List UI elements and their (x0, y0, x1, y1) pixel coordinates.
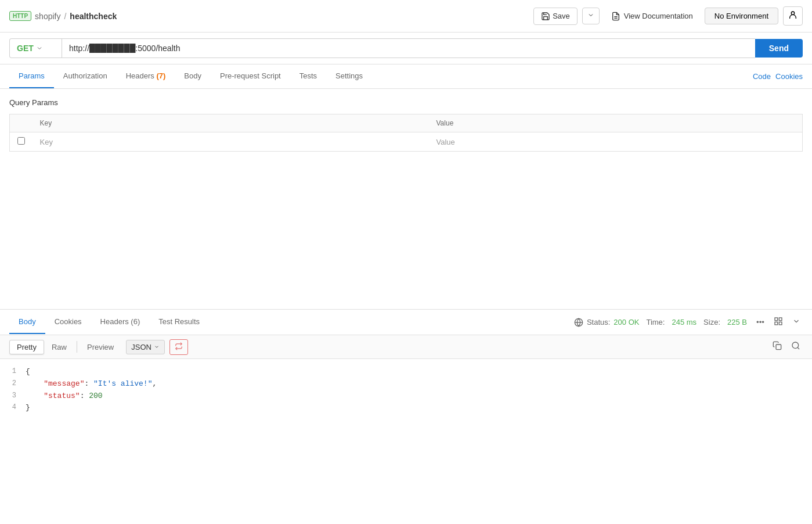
json-type-label: JSON (131, 343, 151, 351)
svg-rect-9 (776, 344, 781, 350)
code-link[interactable]: Code (753, 72, 771, 81)
copy-icon (773, 341, 782, 350)
url-bar: GET Send (0, 33, 812, 64)
wrap-button[interactable] (169, 339, 188, 355)
query-params-section: Query Params Key Value Key Value (0, 89, 812, 156)
svg-rect-6 (779, 318, 782, 321)
resp-headers-badge: (6) (131, 317, 140, 326)
chevron-down-icon (587, 12, 594, 19)
params-table: Key Value Key Value (9, 114, 803, 152)
resp-tab-test-results[interactable]: Test Results (149, 310, 209, 334)
format-tabs: Pretty Raw Preview JSON (9, 339, 188, 355)
collapse-button[interactable] (790, 315, 803, 329)
json-key: "message" (44, 379, 84, 388)
line-number: 2 (0, 378, 23, 390)
svg-rect-5 (775, 318, 778, 321)
search-button[interactable] (789, 339, 803, 355)
more-options-button[interactable]: ••• (754, 315, 767, 329)
environment-icon-button[interactable] (783, 6, 803, 26)
resp-tab-headers[interactable]: Headers (6) (91, 310, 150, 334)
tab-authorization[interactable]: Authorization (54, 64, 117, 88)
view-documentation-button[interactable]: View Documentation (604, 8, 700, 24)
send-label: Send (769, 44, 789, 53)
breadcrumb-parent: shopify (35, 12, 60, 21)
method-selector[interactable]: GET (9, 38, 62, 58)
line-number: 1 (0, 366, 23, 378)
request-tabs-left: Params Authorization Headers (7) Body Pr… (9, 64, 372, 88)
status-value: 200 OK (613, 318, 639, 326)
send-button[interactable]: Send (755, 39, 803, 58)
resp-tab-body[interactable]: Body (9, 310, 45, 334)
params-table-header: Key Value (10, 114, 803, 132)
response-section: Body Cookies Headers (6) Test Results St… (0, 309, 812, 524)
line-number: 3 (0, 390, 23, 403)
url-input[interactable] (62, 38, 755, 58)
breadcrumb: HTTP shopify / healthcheck (9, 11, 117, 21)
json-value: 200 (89, 392, 102, 400)
format-actions (770, 339, 803, 355)
svg-line-11 (797, 347, 799, 349)
json-comma: , (152, 379, 157, 388)
response-tabs: Body Cookies Headers (6) Test Results (9, 310, 209, 334)
http-badge: HTTP (9, 11, 31, 21)
col-key: Key (33, 114, 430, 132)
format-preview-button[interactable]: Preview (80, 340, 121, 354)
view-docs-label: View Documentation (624, 12, 693, 20)
document-icon (611, 12, 620, 21)
request-tabs: Params Authorization Headers (7) Body Pr… (0, 64, 812, 89)
svg-point-2 (791, 12, 794, 15)
tab-body[interactable]: Body (175, 64, 211, 88)
save-label: Save (553, 12, 570, 20)
search-icon (791, 341, 800, 350)
format-divider (77, 341, 77, 353)
resp-tab-cookies[interactable]: Cookies (45, 310, 91, 334)
query-params-title: Query Params (9, 98, 803, 107)
line-content: "message": "It's alive!", (23, 378, 812, 390)
param-key[interactable]: Key (33, 132, 430, 152)
time-label: Time: (646, 318, 665, 326)
copy-button[interactable] (770, 339, 784, 355)
format-raw-button[interactable]: Raw (44, 340, 74, 354)
cookies-link[interactable]: Cookies (775, 72, 803, 81)
save-button[interactable]: Save (533, 8, 578, 25)
line-content: } (23, 402, 812, 414)
param-value[interactable]: Value (430, 132, 803, 152)
no-env-label: No Environment (714, 12, 768, 20)
tab-tests[interactable]: Tests (290, 64, 326, 88)
method-value: GET (17, 44, 34, 53)
request-tabs-right: Code Cookies (753, 72, 803, 81)
format-pretty-button[interactable]: Pretty (9, 340, 44, 354)
status-label: Status: (587, 318, 610, 326)
globe-icon (574, 318, 583, 327)
json-chevron-icon (154, 344, 160, 350)
json-value: "It's alive!" (93, 379, 152, 388)
response-header: Body Cookies Headers (6) Test Results St… (0, 310, 812, 335)
method-chevron-icon (36, 45, 43, 52)
response-actions: ••• (754, 314, 803, 330)
grid-icon (774, 317, 783, 326)
top-header: HTTP shopify / healthcheck Save View Doc… (0, 0, 812, 33)
col-checkbox (10, 114, 33, 132)
tab-settings[interactable]: Settings (326, 64, 372, 88)
json-type-selector[interactable]: JSON (126, 340, 165, 354)
line-content: "status": 200 (23, 390, 812, 403)
svg-rect-8 (779, 322, 782, 325)
status-indicator: Status: 200 OK (574, 318, 640, 327)
chevron-down-icon (792, 317, 800, 325)
tab-headers[interactable]: Headers (7) (117, 64, 175, 88)
param-checkbox[interactable] (17, 137, 25, 145)
save-icon (541, 12, 550, 21)
layout-toggle-button[interactable] (771, 314, 785, 330)
code-line-4: 4 } (0, 402, 812, 414)
col-value: Value (430, 114, 803, 132)
tab-prerequest[interactable]: Pre-request Script (211, 64, 290, 88)
row-checkbox (10, 132, 33, 152)
tab-params[interactable]: Params (9, 64, 54, 88)
size-label: Size: (703, 318, 720, 326)
save-dropdown-button[interactable] (582, 8, 600, 24)
breadcrumb-separator: / (64, 12, 66, 21)
response-format-bar: Pretty Raw Preview JSON (0, 335, 812, 359)
headers-badge: (7) (156, 71, 165, 80)
no-environment-button[interactable]: No Environment (705, 8, 778, 24)
size-value: 225 B (727, 318, 747, 326)
